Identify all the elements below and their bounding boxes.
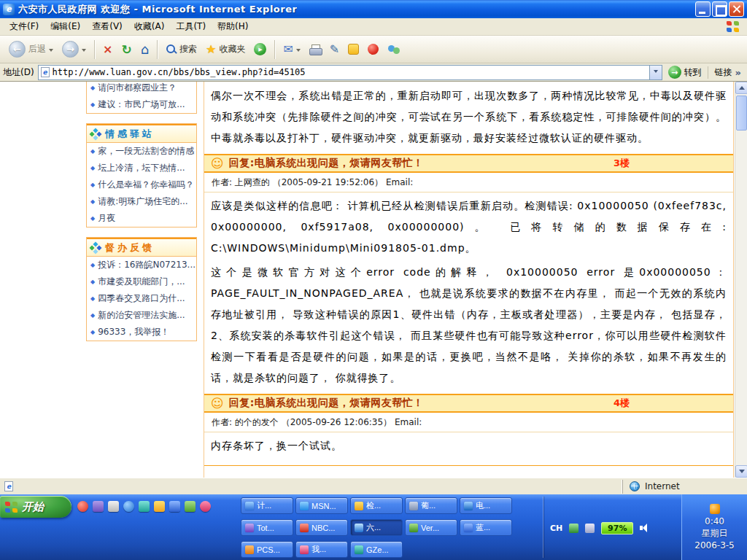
sidebar-item[interactable]: ◆ 新的治安管理法实施... — [87, 307, 196, 324]
close-button[interactable] — [729, 1, 744, 17]
menu-file[interactable]: 文件(F) — [4, 18, 44, 36]
task-button[interactable]: 蓝... — [460, 519, 512, 536]
sidebar-item[interactable]: ◆ 四季春交叉路口为什... — [87, 290, 196, 307]
sidebar-item[interactable]: ◆ 96333，我举报！ — [87, 324, 196, 341]
forum-thread: 偶尔一次不理会，系统出错是正常的，重新启动即可，出现次数多了，两种情况比较常见，… — [204, 82, 734, 478]
task-button[interactable]: Tot... — [241, 519, 293, 536]
task-button-icon — [245, 502, 254, 510]
task-button[interactable]: 检... — [350, 497, 403, 514]
address-dropdown-button[interactable] — [649, 66, 662, 79]
clock-time: 0:40 — [705, 516, 724, 526]
address-field: e — [38, 65, 662, 80]
sidebar-item[interactable]: ◆ 家，一段无法割舍的情感 — [87, 143, 196, 160]
sidebar-item[interactable]: ◆ 请教:明珠广场住宅的... — [87, 193, 196, 210]
ie-window: e 六安市人民政府网 欢迎您 - Microsoft Internet Expl… — [0, 0, 747, 560]
menu-view[interactable]: 查看(V) — [86, 18, 128, 36]
smiley-icon: ☺ — [211, 397, 224, 410]
quicklaunch-icon-8[interactable] — [185, 501, 196, 512]
address-bar: 地址(D) e → 转到 链接 » — [0, 63, 747, 82]
menu-edit[interactable]: 编辑(E) — [44, 18, 86, 36]
favorites-star-icon: ★ — [206, 42, 216, 56]
page-icon: e — [41, 67, 50, 77]
task-button-icon — [300, 545, 309, 554]
sidebar-item[interactable]: ◆ 市建委及职能部门，... — [87, 273, 196, 290]
task-button-icon — [464, 502, 473, 510]
favorites-button[interactable]: ★ 收藏夹 — [201, 38, 249, 61]
task-button[interactable]: 我... — [295, 541, 348, 558]
address-input[interactable] — [50, 66, 649, 79]
sidebar-item[interactable]: ◆ 坛上冷清，坛下热情... — [87, 160, 196, 176]
qq-button[interactable] — [363, 38, 383, 61]
quicklaunch-icon-4[interactable] — [123, 501, 134, 512]
print-button[interactable] — [305, 38, 325, 61]
search-button[interactable]: 搜索 — [161, 38, 201, 61]
reply-header: ☺ 回复:电脑系统出现问题，烦请网友帮忙！ 3楼 — [204, 154, 733, 173]
scrollbar-thumb[interactable] — [736, 96, 747, 131]
menu-tools[interactable]: 工具(T) — [170, 18, 212, 36]
menu-favorites[interactable]: 收藏(A) — [128, 18, 171, 36]
sidebar-item[interactable]: ◆ 请问市都察园业主？ — [87, 82, 196, 96]
reply-body: 应该是类似这样的信息吧： 计算机已经从检测错误后重新启动。检测错误: 0x100… — [211, 192, 727, 259]
maximize-button[interactable] — [712, 1, 727, 17]
netmeeting-button[interactable] — [383, 38, 405, 61]
quicklaunch-icon-7[interactable] — [169, 501, 180, 512]
go-button[interactable]: → 转到 — [666, 66, 704, 79]
sidebar-box-top: ◆ 请问市都察园业主？ ◆ 建议：市民广场可放... — [86, 82, 197, 114]
menu-help[interactable]: 帮助(H) — [212, 18, 254, 36]
vertical-scrollbar[interactable] — [735, 82, 747, 478]
bullet-icon: ◆ — [90, 101, 95, 108]
thread-bottom-border — [204, 465, 733, 466]
mail-icon: ✉ — [283, 42, 293, 56]
task-button[interactable]: 计... — [241, 497, 293, 514]
volume-icon[interactable] — [640, 524, 649, 532]
scroll-down-button[interactable] — [735, 465, 747, 478]
toolbar-separator — [157, 40, 158, 59]
reply-author-line: 作者: 的个的发个 （2005-09-26 12:06:35） Email: — [204, 413, 733, 432]
bullet-icon: ◆ — [90, 295, 95, 302]
quicklaunch-icon-2[interactable] — [93, 501, 104, 512]
quicklaunch-icon-9[interactable] — [200, 501, 211, 512]
mail-button[interactable]: ✉ — [279, 38, 304, 61]
tray-icon-2[interactable] — [585, 524, 595, 533]
messenger-button[interactable] — [344, 38, 363, 61]
task-button[interactable]: Ver... — [405, 519, 457, 536]
clover-icon — [90, 128, 102, 140]
task-button-active[interactable]: 六... — [350, 519, 403, 536]
home-button[interactable]: ⌂ — [136, 38, 153, 61]
floor-badge: 3楼 — [614, 157, 630, 170]
task-button[interactable]: 葡... — [405, 497, 457, 514]
sidebar-item[interactable]: ◆ 什么是幸福？你幸福吗？ — [87, 176, 196, 193]
task-button[interactable]: NBC... — [295, 519, 348, 536]
tray-icon-1[interactable] — [569, 524, 578, 533]
reply-author-line: 作者: 上网查的 （2005-09-21 19:52:06） Email: — [204, 173, 733, 192]
start-button[interactable]: 开始 — [0, 496, 71, 518]
links-button[interactable]: 链接 » — [708, 66, 744, 79]
sidebar-item[interactable]: ◆ 月夜 — [87, 210, 196, 227]
sidebar-section-emotion: 情感驿站 ◆ 家，一段无法割舍的情感 ◆ 坛上冷清，坛下热情... ◆ 什么是幸… — [86, 123, 197, 228]
quicklaunch-icon-6[interactable] — [154, 501, 165, 512]
refresh-button[interactable]: ↻ — [117, 38, 136, 61]
task-button[interactable]: GZe... — [350, 541, 403, 558]
edit-button[interactable]: ✎ — [325, 38, 344, 61]
sidebar-item[interactable]: ◆ 建议：市民广场可放... — [87, 96, 196, 113]
minimize-button[interactable] — [695, 1, 711, 17]
quicklaunch-icon-3[interactable] — [108, 501, 119, 512]
task-button-icon — [409, 524, 418, 532]
battery-indicator[interactable]: 97% — [601, 522, 633, 534]
back-button[interactable]: ← 后退 — [4, 38, 58, 61]
task-button[interactable]: MSN... — [295, 497, 348, 514]
forward-button[interactable]: → — [58, 38, 90, 61]
tray-alert-icon[interactable] — [710, 504, 720, 514]
stop-button[interactable]: × — [98, 38, 117, 61]
task-button[interactable]: 电... — [460, 497, 512, 514]
clover-icon — [90, 241, 102, 254]
media-button[interactable]: ▶ — [249, 38, 271, 61]
quicklaunch-icon-5[interactable] — [139, 501, 150, 512]
refresh-icon: ↻ — [121, 42, 131, 57]
clock-panel[interactable]: 0:40 星期日 2006-3-5 — [681, 494, 747, 560]
task-button[interactable]: PCS... — [241, 541, 293, 558]
quicklaunch-icon-1[interactable] — [77, 501, 88, 512]
sidebar-item[interactable]: ◆ 投诉：16路皖N07213... — [87, 257, 196, 273]
language-indicator[interactable]: CH — [550, 524, 562, 533]
scroll-up-button[interactable] — [735, 82, 747, 94]
